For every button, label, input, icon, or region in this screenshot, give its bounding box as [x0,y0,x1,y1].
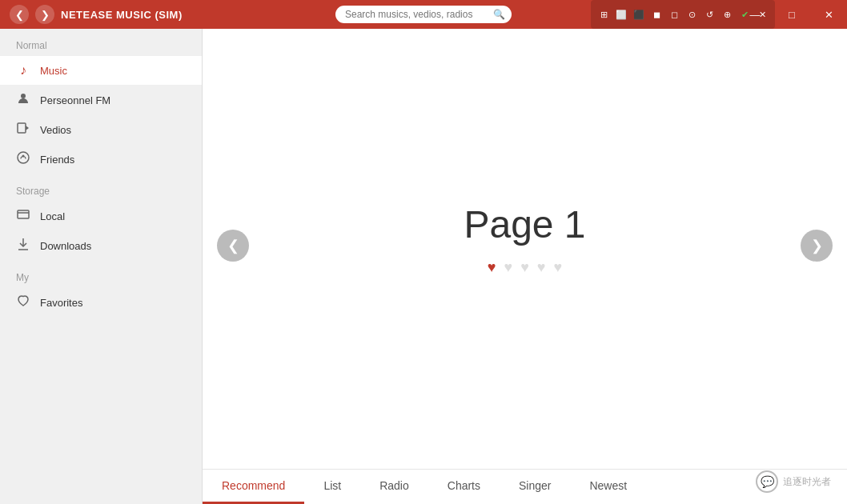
tab-recommend[interactable]: Recommend [203,470,304,504]
tab-singer[interactable]: Singer [500,470,570,504]
svg-point-0 [21,94,26,98]
heart-icon [16,295,30,310]
sidebar-item-friends[interactable]: Friends [0,144,202,174]
nav-next-button[interactable]: ❯ [35,5,54,24]
sidebar-item-downloads[interactable]: Downloads [0,230,202,261]
sidebar-section-storage: Storage [0,174,202,202]
toolbar-icon-4[interactable]: ◼ [648,6,664,22]
carousel-dot-3[interactable]: ♥ [520,259,529,276]
carousel-area: ❮ Page 1 ♥ ♥ ♥ ♥ ♥ ❯ [203,29,847,469]
sidebar-label-downloads: Downloads [40,240,91,252]
window-controls: — □ ✕ [737,0,847,29]
watermark-icon: 💬 [756,470,778,493]
nav-prev-button[interactable]: ❮ [10,5,29,24]
search-input[interactable] [335,6,512,23]
close-button[interactable]: ✕ [810,0,847,29]
sidebar-label-favorites: Favorites [40,297,82,309]
title-bar: ❮ ❯ NETEASE MUSIC (SIM) 🔍 ⊞ ⬜ ⬛ ◼ ◻ ⊙ ↺ … [0,0,847,29]
carousel-dot-2[interactable]: ♥ [504,259,512,276]
watermark: 💬 追逐时光者 [756,470,831,493]
person-icon [16,92,30,108]
sidebar-item-perseonnel-fm[interactable]: Perseonnel FM [0,85,202,115]
sidebar-section-my: My [0,261,202,288]
carousel-title: Page 1 [464,202,585,246]
video-icon [16,122,30,137]
toolbar-icon-1[interactable]: ⊞ [596,6,612,22]
watermark-text: 追逐时光者 [783,475,831,489]
toolbar-icon-5[interactable]: ◻ [666,6,682,22]
tab-radio[interactable]: Radio [360,470,428,504]
download-icon [16,238,30,254]
sidebar-item-vedios[interactable]: Vedios [0,115,202,144]
carousel-prev-button[interactable]: ❮ [217,230,249,262]
main-layout: Normal ♪ Music Perseonnel FM Vedios Frie… [0,29,847,504]
search-icon: 🔍 [493,9,505,20]
sidebar-section-normal: Normal [0,29,202,56]
sidebar-label-friends: Friends [40,154,74,166]
carousel-next-button[interactable]: ❯ [801,230,833,262]
carousel-dot-4[interactable]: ♥ [537,259,546,276]
tab-charts[interactable]: Charts [428,470,500,504]
sidebar-label-local: Local [40,210,65,222]
carousel-dot-5[interactable]: ♥ [554,259,563,276]
toolbar-icon-8[interactable]: ⊕ [719,6,735,22]
content-area: ❮ Page 1 ♥ ♥ ♥ ♥ ♥ ❯ Recommend List Radi… [203,29,847,504]
music-icon: ♪ [16,63,30,78]
carousel-dot-1[interactable]: ♥ [488,259,496,276]
sidebar-label-perseonnel-fm: Perseonnel FM [40,94,110,106]
svg-rect-1 [18,123,26,133]
toolbar-icon-6[interactable]: ⊙ [684,6,700,22]
sidebar-label-music: Music [40,65,67,77]
local-icon [16,209,30,223]
sidebar-label-vedios: Vedios [40,124,71,136]
svg-rect-5 [18,210,29,218]
app-title: NETEASE MUSIC (SIM) [61,9,183,21]
sidebar-item-favorites[interactable]: Favorites [0,288,202,318]
sidebar-item-local[interactable]: Local [0,202,202,230]
svg-marker-2 [26,126,29,130]
svg-point-4 [22,155,25,158]
toolbar-icon-3[interactable]: ⬛ [631,6,647,22]
title-bar-left: ❮ ❯ NETEASE MUSIC (SIM) [0,5,192,24]
tab-newest[interactable]: Newest [570,470,646,504]
toolbar-icon-2[interactable]: ⬜ [613,6,629,22]
search-bar-wrapper: 🔍 [335,6,512,23]
sidebar-item-music[interactable]: ♪ Music [0,56,202,85]
friends-icon [16,151,30,167]
carousel-content: Page 1 ♥ ♥ ♥ ♥ ♥ [464,202,585,295]
carousel-dots: ♥ ♥ ♥ ♥ ♥ [464,259,585,276]
sidebar: Normal ♪ Music Perseonnel FM Vedios Frie… [0,29,203,504]
tabs-bar: Recommend List Radio Charts Singer Newes… [203,469,847,504]
tab-list[interactable]: List [304,470,360,504]
maximize-button[interactable]: □ [773,0,810,29]
svg-point-3 [18,152,29,163]
toolbar-icon-7[interactable]: ↺ [701,6,717,22]
minimize-button[interactable]: — [737,0,773,29]
